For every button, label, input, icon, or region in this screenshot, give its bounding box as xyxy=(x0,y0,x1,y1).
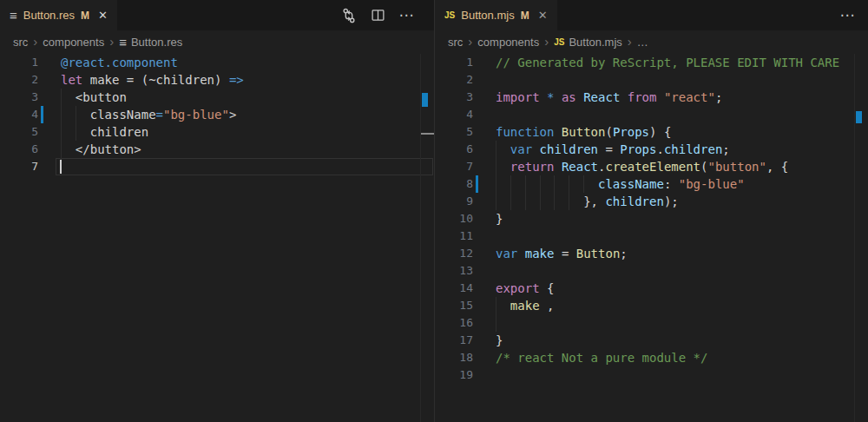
indent-guide xyxy=(61,106,62,123)
line-number: 2 xyxy=(0,71,38,89)
line-number: 15 xyxy=(435,297,473,314)
code-line-content: make , xyxy=(496,297,554,314)
code-token: ); xyxy=(664,195,679,208)
indent-guide xyxy=(496,297,496,314)
code-line[interactable]: 18/* react Not a pure module */ xyxy=(435,349,868,366)
overview-ruler-right[interactable] xyxy=(854,54,868,422)
code-line[interactable]: 2 xyxy=(435,71,868,89)
line-number: 7 xyxy=(0,158,38,175)
indent-guide xyxy=(540,175,541,193)
code-line[interactable]: 9 }, children); xyxy=(435,193,868,210)
editor-pane-left: ≡ Button.res M ✕ xyxy=(0,0,434,422)
code-line-content: var children = Props.children; xyxy=(496,141,730,158)
line-number: 9 xyxy=(435,193,473,210)
overview-ruler-left[interactable] xyxy=(420,54,434,422)
chevron-right-icon: › xyxy=(468,35,472,48)
code-line[interactable]: 10} xyxy=(435,210,868,227)
close-icon[interactable]: ✕ xyxy=(98,10,108,21)
code-token: var xyxy=(496,247,525,260)
code-line[interactable]: 11 xyxy=(435,227,868,245)
indent-guide xyxy=(569,193,569,210)
code-token: , { xyxy=(766,160,788,174)
code-line[interactable]: 6 </button> xyxy=(0,141,434,158)
breadcrumb-item-components[interactable]: components xyxy=(477,36,539,49)
code-line[interactable]: 6 var children = Props.children; xyxy=(435,141,868,158)
code-line[interactable]: 8 className: "bg-blue" xyxy=(435,175,868,193)
gutter-modified-indicator xyxy=(476,175,478,193)
breadcrumb-item-overflow[interactable]: … xyxy=(637,36,648,49)
indent-guide xyxy=(510,175,511,193)
open-changes-icon[interactable] xyxy=(340,7,358,24)
tab-bar-left: ≡ Button.res M ✕ xyxy=(0,0,434,30)
code-line-content: var make = Button; xyxy=(496,245,628,262)
code-line[interactable]: 19 xyxy=(435,366,868,384)
line-number: 2 xyxy=(435,71,473,89)
code-line[interactable]: 4 className="bg-blue"> xyxy=(0,106,434,123)
code-line[interactable]: 12var make = Button; xyxy=(435,245,868,262)
code-line[interactable]: 7 return React.createElement("button", { xyxy=(435,158,868,175)
code-line[interactable]: 5function Button(Props) { xyxy=(435,123,868,141)
code-token: Props xyxy=(620,142,656,156)
code-token: // Generated by ReScript, PLEASE EDIT WI… xyxy=(496,56,839,69)
code-token: from xyxy=(628,90,664,104)
breadcrumb-item-file[interactable]: Button.mjs xyxy=(569,36,621,49)
code-token: { xyxy=(547,281,554,295)
breadcrumb-item-src[interactable]: src xyxy=(448,36,463,49)
line-number: 17 xyxy=(435,332,473,349)
more-actions-icon[interactable]: ⋯ xyxy=(838,7,856,24)
indent-guide xyxy=(525,193,526,210)
code-line-content: className="bg-blue"> xyxy=(61,106,236,123)
code-editor-left[interactable]: 1@react.component2let make = (~children)… xyxy=(0,54,434,422)
code-token: = xyxy=(156,108,163,122)
code-line[interactable]: 16 xyxy=(435,314,868,332)
line-number: 6 xyxy=(0,141,38,158)
code-line[interactable]: 13 xyxy=(435,262,868,280)
indent-guide xyxy=(554,193,555,210)
tab-title: Button.res xyxy=(23,9,75,22)
code-line[interactable]: 14export { xyxy=(435,280,868,297)
more-actions-icon[interactable]: ⋯ xyxy=(398,7,415,24)
tab-button-res[interactable]: ≡ Button.res M ✕ xyxy=(0,0,117,30)
code-token: @react.component xyxy=(61,56,178,69)
code-line[interactable]: 3 <button xyxy=(0,89,434,106)
code-token: export xyxy=(496,281,547,295)
tab-button-mjs[interactable]: JS Button.mjs M ✕ xyxy=(435,0,557,30)
indent-guide xyxy=(510,193,511,210)
code-token: make xyxy=(510,299,540,313)
breadcrumb-item-file[interactable]: Button.res xyxy=(131,36,182,49)
code-line[interactable]: 4 xyxy=(435,106,868,123)
close-icon[interactable]: ✕ xyxy=(538,10,548,21)
code-line[interactable]: 15 make , xyxy=(435,297,868,314)
code-line[interactable]: 1// Generated by ReScript, PLEASE EDIT W… xyxy=(435,54,868,71)
overview-modified-marker xyxy=(422,93,428,107)
code-token: as xyxy=(562,90,583,104)
code-token: > xyxy=(229,108,236,122)
editor-pane-right: JS Button.mjs M ✕ ⋯ src › components › J… xyxy=(434,0,868,422)
line-number: 13 xyxy=(435,262,473,280)
code-token: ( xyxy=(605,125,612,139)
code-line[interactable]: 7 xyxy=(0,158,434,175)
code-token: var xyxy=(510,142,540,156)
line-number: 7 xyxy=(435,158,473,175)
code-line[interactable]: 1@react.component xyxy=(0,54,434,71)
split-editor-icon[interactable] xyxy=(369,7,386,24)
code-token: "bg-blue" xyxy=(679,177,745,191)
indent-guide xyxy=(496,193,496,210)
code-editor-right[interactable]: 1// Generated by ReScript, PLEASE EDIT W… xyxy=(435,54,868,422)
code-token: Props xyxy=(613,125,649,139)
code-line[interactable]: 3import * as React from "react"; xyxy=(435,89,868,106)
code-line[interactable]: 5 children xyxy=(0,123,434,141)
breadcrumb-item-src[interactable]: src xyxy=(13,36,28,49)
code-line[interactable]: 17} xyxy=(435,332,868,349)
code-token xyxy=(496,142,510,156)
breadcrumb-item-components[interactable]: components xyxy=(43,36,104,49)
code-token: ; xyxy=(620,247,627,260)
indent-guide xyxy=(583,175,584,193)
code-token: }, xyxy=(496,195,605,208)
line-number: 16 xyxy=(435,314,473,332)
line-number: 6 xyxy=(435,141,473,158)
modified-badge: M xyxy=(81,10,89,22)
code-line[interactable]: 2let make = (~children) => xyxy=(0,71,434,89)
line-number: 10 xyxy=(435,210,473,227)
code-line-content: function Button(Props) { xyxy=(496,123,671,141)
